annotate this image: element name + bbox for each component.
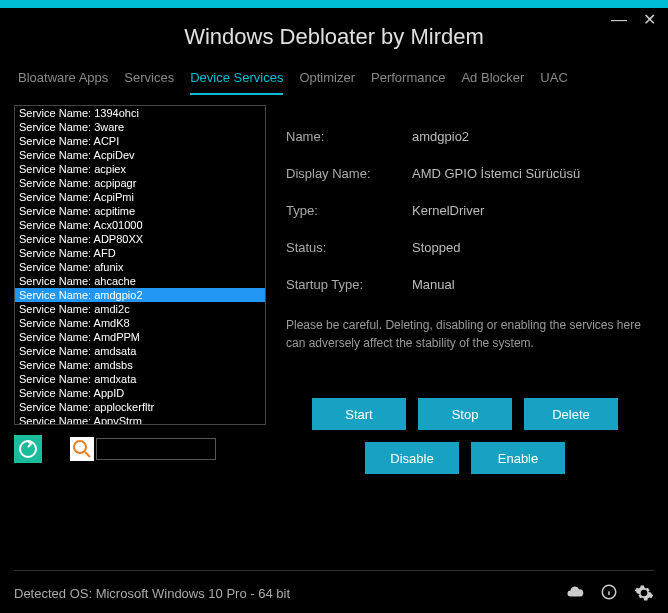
- list-item[interactable]: Service Name: amdsbs: [15, 358, 265, 372]
- list-item[interactable]: Service Name: amdgpio2: [15, 288, 265, 302]
- list-item[interactable]: Service Name: amdsata: [15, 344, 265, 358]
- status-value: Stopped: [412, 240, 460, 255]
- list-item[interactable]: Service Name: acpitime: [15, 204, 265, 218]
- status-bar: Detected OS: Microsoft Windows 10 Pro - …: [14, 570, 654, 603]
- start-button[interactable]: Start: [312, 398, 406, 430]
- delete-button[interactable]: Delete: [524, 398, 618, 430]
- tab-performance[interactable]: Performance: [371, 70, 445, 95]
- detail-panel: Name: amdgpio2 Display Name: AMD GPIO İs…: [276, 105, 654, 515]
- enable-button[interactable]: Enable: [471, 442, 565, 474]
- display-name-value: AMD GPIO İstemci Sürücüsü: [412, 166, 580, 181]
- type-label: Type:: [286, 203, 412, 218]
- search-icon[interactable]: [68, 435, 96, 463]
- tab-device-services[interactable]: Device Services: [190, 70, 283, 95]
- list-item[interactable]: Service Name: AppvStrm: [15, 414, 265, 424]
- tab-bloatware-apps[interactable]: Bloatware Apps: [18, 70, 108, 95]
- list-item[interactable]: Service Name: ADP80XX: [15, 232, 265, 246]
- list-item[interactable]: Service Name: AmdPPM: [15, 330, 265, 344]
- list-item[interactable]: Service Name: amdxata: [15, 372, 265, 386]
- startup-type-label: Startup Type:: [286, 277, 412, 292]
- app-title: Windows Debloater by Mirdem: [0, 8, 668, 70]
- search-input[interactable]: [96, 438, 216, 460]
- display-name-label: Display Name:: [286, 166, 412, 181]
- list-item[interactable]: Service Name: acpipagr: [15, 176, 265, 190]
- detected-os: Detected OS: Microsoft Windows 10 Pro - …: [14, 586, 290, 601]
- list-item[interactable]: Service Name: Acx01000: [15, 218, 265, 232]
- cloud-icon[interactable]: [566, 583, 584, 601]
- list-item[interactable]: Service Name: AcpiPmi: [15, 190, 265, 204]
- svg-rect-0: [14, 435, 42, 463]
- list-item[interactable]: Service Name: 3ware: [15, 120, 265, 134]
- minimize-button[interactable]: —: [611, 12, 627, 28]
- close-button[interactable]: ✕: [643, 12, 656, 28]
- list-item[interactable]: Service Name: AcpiDev: [15, 148, 265, 162]
- tabs: Bloatware AppsServicesDevice ServicesOpt…: [0, 70, 668, 95]
- list-item[interactable]: Service Name: AppID: [15, 386, 265, 400]
- name-label: Name:: [286, 129, 412, 144]
- title-bar-accent: [0, 0, 668, 8]
- type-value: KernelDriver: [412, 203, 484, 218]
- window-controls: — ✕: [611, 12, 656, 28]
- status-label: Status:: [286, 240, 412, 255]
- tab-services[interactable]: Services: [124, 70, 174, 95]
- list-item[interactable]: Service Name: acpiex: [15, 162, 265, 176]
- list-item[interactable]: Service Name: AFD: [15, 246, 265, 260]
- list-item[interactable]: Service Name: ahcache: [15, 274, 265, 288]
- stop-button[interactable]: Stop: [418, 398, 512, 430]
- info-icon[interactable]: [600, 583, 618, 601]
- disable-button[interactable]: Disable: [365, 442, 459, 474]
- list-item[interactable]: Service Name: AmdK8: [15, 316, 265, 330]
- refresh-icon[interactable]: [14, 435, 42, 463]
- service-list[interactable]: Service Name: 1394ohciService Name: 3war…: [14, 105, 266, 425]
- warning-text: Please be careful. Deleting, disabling o…: [286, 316, 644, 352]
- tab-optimizer[interactable]: Optimizer: [299, 70, 355, 95]
- gear-icon[interactable]: [634, 583, 654, 603]
- name-value: amdgpio2: [412, 129, 469, 144]
- list-item[interactable]: Service Name: ACPI: [15, 134, 265, 148]
- list-item[interactable]: Service Name: 1394ohci: [15, 106, 265, 120]
- list-item[interactable]: Service Name: afunix: [15, 260, 265, 274]
- list-item[interactable]: Service Name: applockerfltr: [15, 400, 265, 414]
- startup-type-value: Manual: [412, 277, 455, 292]
- tab-uac[interactable]: UAC: [540, 70, 567, 95]
- list-item[interactable]: Service Name: amdi2c: [15, 302, 265, 316]
- tab-ad-blocker[interactable]: Ad Blocker: [461, 70, 524, 95]
